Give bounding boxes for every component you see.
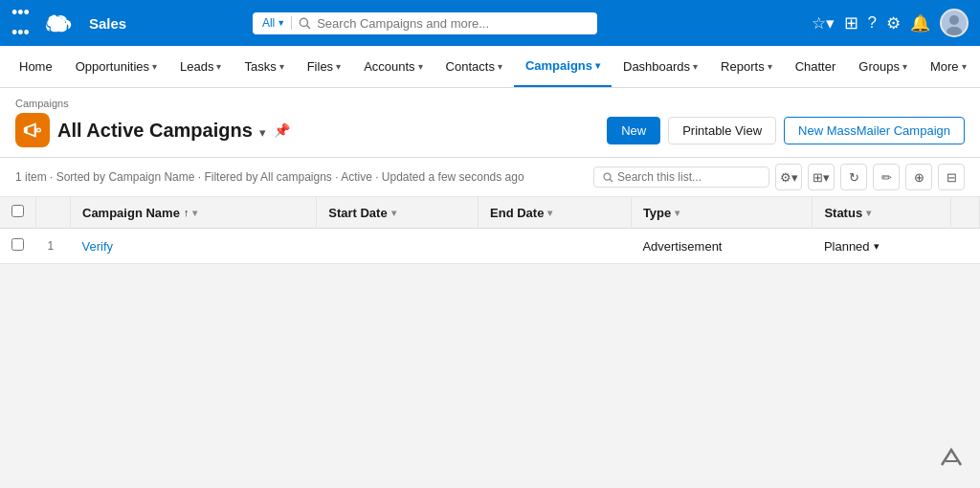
chevron-down-icon[interactable]: ▾ [866, 208, 871, 218]
search-icon [298, 16, 311, 30]
chevron-down-icon: ▾ [902, 61, 907, 72]
nav-item-campaigns[interactable]: Campaigns ▾ [514, 46, 612, 88]
svg-point-4 [301, 18, 308, 26]
end-date-cell [479, 229, 632, 264]
col-status[interactable]: Status ▾ [813, 197, 951, 229]
campaigns-icon [15, 113, 50, 147]
chevron-down-icon: ▾ [279, 61, 284, 72]
nav-item-reports[interactable]: Reports ▾ [709, 46, 784, 88]
start-date-cell [317, 229, 479, 264]
nav-item-accounts[interactable]: Accounts ▾ [352, 46, 434, 88]
title-dropdown-icon[interactable]: ▾ [259, 125, 266, 140]
col-actions [951, 197, 980, 229]
gear-settings-icon[interactable]: ⚙▾ [775, 164, 802, 190]
chevron-down-icon: ▾ [336, 61, 341, 72]
top-bar: •••••• Sales All ▼ ☆▾ ⊞ ? ⚙ 🔔 [0, 0, 980, 46]
status-dropdown-icon[interactable]: ▾ [874, 240, 880, 253]
chevron-down-icon: ▾ [962, 61, 967, 72]
svg-line-5 [307, 26, 310, 29]
chevron-down-icon[interactable]: ▾ [547, 208, 552, 218]
campaign-name-link[interactable]: Verify [82, 239, 114, 254]
chevron-down-icon: ▾ [498, 61, 502, 72]
nav-item-tasks[interactable]: Tasks ▾ [233, 46, 295, 88]
chevron-down-icon: ▾ [693, 61, 698, 72]
campaign-name-cell: Verify ✏ [71, 229, 317, 264]
col-start-date[interactable]: Start Date ▾ [317, 197, 479, 229]
nav-item-files[interactable]: Files ▾ [296, 46, 352, 88]
svg-point-9 [37, 128, 41, 132]
favorites-icon[interactable]: ☆▾ [812, 13, 835, 33]
search-input[interactable] [317, 16, 588, 31]
chevron-down-icon[interactable]: ▾ [391, 208, 396, 218]
add-icon[interactable]: ⊞ [844, 12, 858, 33]
row-select-checkbox[interactable] [11, 238, 24, 251]
search-list-input[interactable] [617, 170, 761, 184]
page-title: All Active Campaigns ▾ [57, 120, 266, 142]
salesforce-logo [41, 6, 76, 40]
nav-item-more[interactable]: More ▾ [919, 46, 978, 88]
search-list-container [593, 166, 769, 188]
row-number: 1 [36, 229, 71, 264]
nav-item-leads[interactable]: Leads ▾ [168, 46, 233, 88]
row-actions-cell [951, 229, 980, 264]
nav-item-chatter[interactable]: Chatter [784, 46, 848, 88]
search-list-icon [602, 171, 613, 183]
chevron-down-icon: ▾ [152, 61, 157, 72]
chevron-down-icon: ▾ [595, 60, 600, 71]
chevron-down-icon: ▾ [216, 61, 221, 72]
nav-item-contacts[interactable]: Contacts ▾ [434, 46, 514, 88]
table-view-icon[interactable]: ⊞▾ [808, 164, 835, 190]
select-all-checkbox[interactable] [11, 205, 24, 217]
nav-item-dashboards[interactable]: Dashboards ▾ [612, 46, 709, 88]
filter-summary: 1 item · Sorted by Campaign Name · Filte… [15, 170, 524, 184]
refresh-icon[interactable]: ↻ [840, 164, 867, 190]
help-icon[interactable]: ? [868, 13, 877, 33]
bell-icon[interactable]: 🔔 [910, 13, 930, 33]
nav-item-home[interactable]: Home [8, 46, 64, 88]
breadcrumb: Campaigns [15, 98, 965, 109]
col-checkbox [0, 197, 36, 229]
page-title-row: All Active Campaigns ▾ 📌 New Printable V… [15, 113, 965, 147]
sort-asc-icon: ↑ [184, 207, 189, 218]
nav-item-groups[interactable]: Groups ▾ [847, 46, 919, 88]
campaigns-table: Campaign Name ↑ ▾ Start Date ▾ End Date … [0, 197, 980, 264]
search-bar: All ▼ [253, 12, 597, 34]
page-title-actions: New Printable View New MassMailer Campai… [607, 117, 965, 144]
share-icon[interactable]: ⊕ [905, 164, 932, 190]
table-header-row: Campaign Name ↑ ▾ Start Date ▾ End Date … [0, 197, 980, 229]
top-bar-right: ☆▾ ⊞ ? ⚙ 🔔 [812, 9, 969, 37]
col-type[interactable]: Type ▾ [631, 197, 812, 229]
edit-list-icon[interactable]: ✏ [873, 164, 900, 190]
nav-bar: Home Opportunities ▾ Leads ▾ Tasks ▾ Fil… [0, 46, 980, 88]
chevron-down-icon[interactable]: ▾ [192, 208, 197, 218]
app-name: Sales [89, 15, 126, 32]
status-value: Planned [824, 239, 870, 254]
col-number [36, 197, 71, 229]
chevron-down-icon[interactable]: ▾ [675, 208, 679, 218]
pin-icon[interactable]: 📌 [274, 122, 290, 138]
search-scope[interactable]: All ▼ [262, 16, 292, 30]
settings-icon[interactable]: ⚙ [886, 13, 901, 33]
svg-line-11 [610, 179, 612, 182]
svg-point-10 [604, 173, 611, 180]
chevron-down-icon: ▾ [768, 61, 772, 72]
page-header: Campaigns All Active Campaigns ▾ 📌 New P… [0, 88, 980, 158]
printable-view-button[interactable]: Printable View [668, 117, 776, 144]
chevron-down-icon: ▾ [418, 61, 423, 72]
waffle-icon[interactable]: •••••• [11, 3, 30, 43]
col-campaign-name[interactable]: Campaign Name ↑ ▾ [71, 197, 317, 229]
type-cell: Advertisement [631, 229, 812, 264]
table-row: 1 Verify ✏ Advertisement Planned ▾ [0, 229, 980, 264]
svg-point-7 [949, 15, 959, 25]
row-checkbox [0, 229, 36, 264]
new-button[interactable]: New [607, 117, 660, 144]
filter-icon[interactable]: ⊟ [938, 164, 965, 190]
avatar[interactable] [940, 9, 969, 37]
filter-row: 1 item · Sorted by Campaign Name · Filte… [0, 158, 980, 197]
col-end-date[interactable]: End Date ▾ [479, 197, 632, 229]
nav-item-opportunities[interactable]: Opportunities ▾ [64, 46, 168, 88]
new-massmailer-button[interactable]: New MassMailer Campaign [784, 117, 965, 144]
status-cell: Planned ▾ [813, 229, 951, 264]
filter-row-right: ⚙▾ ⊞▾ ↻ ✏ ⊕ ⊟ [593, 164, 965, 190]
